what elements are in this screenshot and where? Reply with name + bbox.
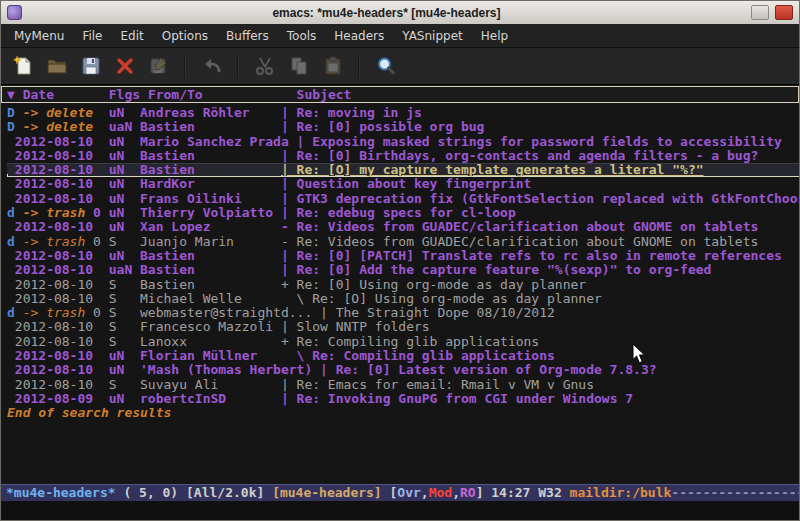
header-row[interactable]: D -> delete uaN Bastien | Re: [0] possib… <box>7 120 799 134</box>
message-date: 2012-08-10 <box>7 278 93 292</box>
message-flags: uN <box>109 149 140 163</box>
message-flags: S <box>109 320 140 334</box>
message-flags: uN <box>109 192 140 206</box>
save-button[interactable] <box>77 52 104 80</box>
message-subject: | GTK3 deprecation fix (GtkFontSelection… <box>281 192 799 206</box>
message-from: Bastien <box>140 278 281 292</box>
header-row[interactable]: 2012-08-10 uN HardKor | Question about k… <box>7 177 799 191</box>
message-date: 2012-08-10 <box>7 163 93 177</box>
message-subject: - Re: Videos from GUADEC/clarification a… <box>281 235 799 249</box>
menu-yasnippet[interactable]: YASnippet <box>393 25 472 47</box>
message-from: 'Mash (Thomas Herbert) <box>140 363 320 377</box>
mark-action: -> trash <box>15 235 85 249</box>
mark-char: D <box>7 106 15 120</box>
message-flags: uN <box>109 206 140 220</box>
cut-button[interactable] <box>251 52 278 80</box>
mode-line: *mu4e-headers* ( 5, 0) [All/2.0k] [mu4e-… <box>1 484 799 501</box>
end-of-search-results: End of search results <box>7 406 799 420</box>
menu-options[interactable]: Options <box>153 25 217 47</box>
menu-help[interactable]: Help <box>472 25 517 47</box>
header-row[interactable]: 2012-08-10 uN Xan Lopez - Re: Videos fro… <box>7 220 799 234</box>
header-row[interactable]: 2012-08-10 uN 'Mash (Thomas Herbert) | R… <box>7 363 799 377</box>
menu-bar: MyMenuFileEditOptionsBuffersToolsHeaders… <box>1 24 799 48</box>
header-row[interactable]: d -> trash 0 S webmaster@straightd... | … <box>7 306 799 320</box>
save-as-button[interactable] <box>145 52 172 80</box>
header-row[interactable]: 2012-08-09 uN robertcInSD | Re: Invoking… <box>7 392 799 406</box>
message-subject: \ Re: [O] Using org-mode as day planner <box>281 292 799 306</box>
maximize-button[interactable] <box>751 5 769 20</box>
message-subject: | Re: [0] Add the capture feature "%(sex… <box>281 263 799 277</box>
toolbar-separator <box>358 54 360 78</box>
undo-button[interactable] <box>198 52 225 80</box>
header-row[interactable]: 2012-08-10 uN Florian Müllner \ Re: Comp… <box>7 349 799 363</box>
message-date: 2012-08-10 <box>7 335 93 349</box>
message-flags: uN <box>109 163 140 177</box>
mark-char: d <box>7 235 15 249</box>
message-flags: uN <box>109 392 140 406</box>
message-date: 2012-08-10 <box>7 149 93 163</box>
search-button[interactable] <box>372 52 399 80</box>
tool-bar <box>1 48 799 85</box>
headers-buffer[interactable]: D -> delete uN Andreas Röhler | Re: movi… <box>1 103 799 484</box>
header-row[interactable]: 2012-08-10 S Francesco Mazzoli | Slow NN… <box>7 320 799 334</box>
message-date: 2012-08-10 <box>7 177 93 191</box>
header-row[interactable]: 2012-08-10 uN Bastien | Re: [0] Birthday… <box>7 149 799 163</box>
search-icon <box>375 55 397 77</box>
window-title: emacs: *mu4e-headers* [mu4e-headers] <box>28 6 745 20</box>
message-from: Andreas Röhler <box>140 106 281 120</box>
header-row[interactable]: D -> delete uN Andreas Röhler | Re: movi… <box>7 106 799 120</box>
header-row[interactable]: 2012-08-10 uN Frans Oilinki | GTK3 depre… <box>7 192 799 206</box>
mark-action: -> trash <box>15 306 85 320</box>
new-file-button[interactable] <box>9 52 36 80</box>
message-subject: + Re: Compiling glib applications <box>281 335 799 349</box>
header-row[interactable]: d -> trash 0 S Juanjo Marin - Re: Videos… <box>7 235 799 249</box>
toolbar-separator <box>237 54 239 78</box>
mark-char: D <box>7 120 15 134</box>
save-as-icon <box>148 55 170 77</box>
toolbar-separator <box>184 54 186 78</box>
header-row[interactable]: 2012-08-10 uN Bastien | Re: [0] [PATCH] … <box>7 249 799 263</box>
header-row[interactable]: 2012-08-10 uN Bastien | Re: [O] my captu… <box>7 163 799 177</box>
message-from: HardKor <box>140 177 281 191</box>
menu-edit[interactable]: Edit <box>112 25 153 47</box>
message-date: 2012-08-10 <box>7 249 93 263</box>
message-from: robertcInSD <box>140 392 281 406</box>
message-subject: | Re: [0] Birthdays, org-contacts and ag… <box>281 149 799 163</box>
emacs-icon <box>7 5 22 20</box>
mark-char: d <box>7 206 15 220</box>
copy-button[interactable] <box>285 52 312 80</box>
message-flags: S <box>109 292 140 306</box>
headers-list: D -> delete uN Andreas Röhler | Re: movi… <box>7 106 799 406</box>
message-from: Bastien <box>140 163 281 177</box>
header-row[interactable]: 2012-08-10 uN Mario Sanchez Prada | Expo… <box>7 135 799 149</box>
mark-action: -> trash <box>15 206 85 220</box>
header-row[interactable]: 2012-08-10 uaN Bastien | Re: [0] Add the… <box>7 263 799 277</box>
menu-mymenu[interactable]: MyMenu <box>5 25 73 47</box>
close-button[interactable] <box>775 5 793 20</box>
header-row[interactable]: 2012-08-10 S Lanoxx + Re: Compiling glib… <box>7 335 799 349</box>
paste-icon <box>322 55 344 77</box>
message-subject: | Re: Invoking GnuPG from CGI under Wind… <box>281 392 799 406</box>
message-flags: uN <box>109 249 140 263</box>
message-date: 2012-08-10 <box>7 378 93 392</box>
message-from: Lanoxx <box>140 335 281 349</box>
close-buffer-button[interactable] <box>111 52 138 80</box>
header-row[interactable]: 2012-08-10 S Bastien + Re: [0] Using org… <box>7 278 799 292</box>
menu-file[interactable]: File <box>73 25 111 47</box>
message-subject: | Re: edebug specs for cl-loop <box>281 206 799 220</box>
header-row[interactable]: 2012-08-10 S Michael Welle \ Re: [O] Usi… <box>7 292 799 306</box>
message-subject: | Re: [0] [PATCH] Translate refs to rc a… <box>281 249 799 263</box>
menu-tools[interactable]: Tools <box>278 25 326 47</box>
open-file-button[interactable] <box>43 52 70 80</box>
minibuffer[interactable] <box>1 501 799 520</box>
menu-buffers[interactable]: Buffers <box>217 25 278 47</box>
header-row[interactable]: 2012-08-10 S Suvayu Ali | Re: Emacs for … <box>7 378 799 392</box>
message-flags: uN <box>109 135 140 149</box>
message-from: Mario Sanchez Prada <box>140 135 297 149</box>
message-from: Frans Oilinki <box>140 192 281 206</box>
message-date: 2012-08-10 <box>7 135 93 149</box>
message-flags: S <box>109 335 140 349</box>
menu-headers[interactable]: Headers <box>325 25 393 47</box>
paste-button[interactable] <box>319 52 346 80</box>
header-row[interactable]: d -> trash 0 uN Thierry Volpiatto | Re: … <box>7 206 799 220</box>
